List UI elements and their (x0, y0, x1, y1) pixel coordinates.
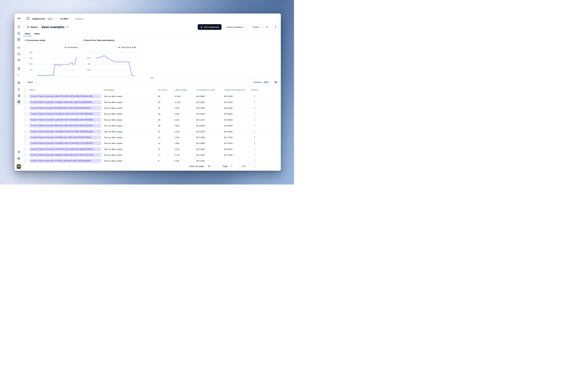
table-row[interactable]: Custom Python Execution 076b2704-341d-48… (23, 146, 279, 152)
next-page-button[interactable]: › (266, 163, 271, 169)
dashboard-grid-icon (17, 38, 20, 41)
row-actions-menu[interactable] (253, 153, 256, 157)
table-row[interactable]: Custom Python Execution d66e7991-8595-45… (23, 93, 279, 99)
tab-divider (23, 36, 281, 36)
sidebar-toggle-button[interactable] (26, 17, 30, 21)
resize-handle[interactable] (150, 77, 154, 79)
run-name-link[interactable]: Custom Python Execution d66e7991-8595-45… (29, 94, 101, 98)
table-row[interactable]: Custom Python Execution e14fa348-5cfc-49… (23, 134, 279, 140)
row-actions-menu[interactable] (253, 106, 256, 110)
row-checkbox[interactable] (24, 136, 27, 139)
row-actions-menu[interactable] (253, 101, 256, 104)
tab-runs[interactable]: Runs (23, 31, 32, 36)
more-actions-button[interactable] (273, 24, 279, 30)
row-checkbox[interactable] (24, 124, 27, 127)
active-tab-indicator (23, 36, 32, 36)
sidebar-item-insights[interactable] (16, 86, 22, 93)
rows-per-page-select[interactable]: 50 (206, 163, 217, 169)
row-actions-menu[interactable] (253, 136, 256, 139)
column-header-run-items[interactable]: Run Items (158, 89, 167, 91)
sidebar-item-dashboards[interactable] (16, 36, 22, 42)
clock-icon (17, 52, 20, 56)
breadcrumb-project[interactable]: no-filter (60, 18, 68, 20)
row-actions-menu[interactable] (253, 147, 256, 151)
table-row[interactable]: Custom Python Execution 5a15a616-1bab-44… (23, 111, 279, 117)
active-evaluators-button[interactable]: 1 active evaluators (223, 24, 249, 30)
sidebar-item-home[interactable] (16, 30, 22, 36)
sidebar-item-support[interactable] (16, 155, 22, 162)
row-checkbox[interactable] (24, 101, 27, 104)
row-checkbox[interactable] (24, 113, 27, 115)
row-checkbox[interactable] (24, 107, 27, 109)
prev-page-button[interactable]: ‹ (259, 163, 264, 169)
columns-button[interactable]: Columns 8/15 (251, 79, 271, 85)
run-description: Test our filter creator (104, 142, 123, 144)
row-actions-menu[interactable] (253, 130, 256, 133)
kebab-icon (254, 95, 255, 98)
chart-title-parse-error: # Parse Error Rate (annotation) (83, 39, 115, 41)
run-name-link[interactable]: Custom Python Execution e14fa348-5cfc-49… (29, 135, 101, 139)
column-header-name[interactable]: Name (29, 89, 35, 91)
table-row[interactable]: Custom Python Execution adfae619-abb0-4d… (23, 152, 279, 158)
row-actions-menu[interactable] (253, 94, 256, 98)
row-checkbox[interactable] (24, 148, 27, 151)
grip-dots-icon (151, 77, 153, 79)
breadcrumb-org[interactable]: langfuse-dev (32, 18, 45, 20)
page-input[interactable]: 1 (229, 163, 241, 169)
row-actions-menu[interactable] (253, 112, 256, 116)
table-row[interactable]: Custom Python Execution f6bb1614-1f90-40… (23, 123, 279, 129)
row-checkbox[interactable] (24, 130, 27, 133)
column-header-description[interactable]: Description (104, 89, 114, 91)
kebab-icon (254, 107, 255, 109)
chevron-down-icon[interactable] (69, 18, 71, 20)
run-name-link[interactable]: Custom Python Execution f6bb1614-1f90-40… (29, 123, 101, 128)
sidebar-item-prompts[interactable] (16, 65, 22, 72)
sidebar-item-annotation-queues[interactable] (16, 92, 22, 99)
column-header-correctness[interactable]: # Correctness (eval) (196, 89, 215, 91)
row-actions-menu[interactable] (253, 142, 256, 145)
run-name-link[interactable]: Custom Python Execution 74de488e-ec9d-47… (29, 130, 101, 134)
table-row[interactable]: Custom Python Execution 9fe23f98-881e-44… (23, 105, 279, 111)
run-name-link[interactable]: Custom Python Execution 5a15a616-1bab-44… (29, 112, 101, 116)
select-all-checkbox[interactable] (24, 88, 27, 91)
sidebar-item-sessions[interactable] (16, 51, 22, 57)
table-row[interactable]: Custom Python Execution 74de488e-ec9d-47… (23, 129, 279, 134)
info-icon[interactable] (66, 25, 69, 29)
run-name-link[interactable]: Custom Python Execution adfae619-abb0-4d… (29, 153, 101, 157)
terminal-icon (17, 73, 20, 76)
breadcrumb-section[interactable]: Datasets (75, 18, 83, 20)
row-checkbox[interactable] (24, 95, 27, 98)
row-checkbox[interactable] (24, 142, 27, 145)
run-name-link[interactable]: Custom Python Execution 9fe23f98-881e-44… (29, 106, 101, 110)
tab-items[interactable]: Items (33, 31, 42, 36)
charts-toggle-button[interactable]: Charts 2 (250, 24, 271, 30)
row-actions-menu[interactable] (253, 118, 256, 122)
table-row[interactable]: Custom Python Execution 114aa9ef-29e6-4e… (23, 99, 279, 105)
user-avatar[interactable] (17, 164, 21, 169)
sidebar-item-settings[interactable] (16, 149, 22, 155)
run-name-link[interactable]: Custom Python Execution 076b2704-341d-48… (29, 147, 101, 151)
run-name-link[interactable]: Custom Python Execution fe91b83e-04a5-47… (29, 141, 101, 145)
row-actions-menu[interactable] (253, 124, 256, 127)
sidebar-item-users[interactable] (16, 57, 22, 63)
row-checkbox[interactable] (24, 154, 27, 156)
last-page-button[interactable]: » (273, 163, 279, 169)
table-row[interactable]: Custom Python Execution fe91b83e-04a5-47… (23, 140, 279, 146)
sidebar-item-evaluation[interactable] (16, 80, 22, 86)
run-experiment-button[interactable]: Run experiment (198, 24, 221, 30)
row-checkbox[interactable] (24, 118, 27, 121)
sidebar-item-search[interactable] (16, 24, 22, 30)
lightbulb-icon (17, 88, 20, 91)
filters-button[interactable]: Filters (25, 79, 39, 85)
sidebar-item-datasets[interactable] (16, 99, 22, 105)
row-height-button[interactable] (273, 79, 279, 85)
column-header-parse-error[interactable]: # Parse Error Rate (an... (224, 89, 246, 91)
run-name-link[interactable]: Custom Python Execution 1daec0f9-5e78-43… (29, 118, 101, 122)
first-page-button[interactable]: « (251, 163, 257, 169)
sidebar-item-tracing[interactable] (16, 44, 22, 51)
sidebar-item-playground[interactable] (16, 72, 22, 78)
chevron-down-icon[interactable] (54, 18, 56, 20)
run-name-link[interactable]: Custom Python Execution 114aa9ef-29e6-4e… (29, 100, 101, 104)
table-row[interactable]: Custom Python Execution 1daec0f9-5e78-43… (23, 117, 279, 123)
column-header-latency[interactable]: Latency (avg) (175, 89, 187, 91)
